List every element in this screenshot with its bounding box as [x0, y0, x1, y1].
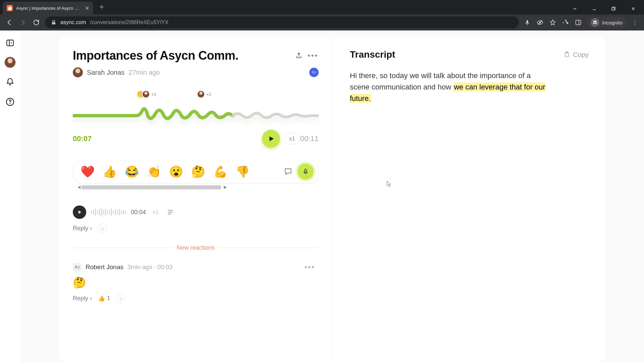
- transcript-body[interactable]: Hi there, so today we will talk about th…: [350, 70, 551, 104]
- tab-favicon: ⬤: [7, 5, 13, 11]
- cursor-icon: [387, 181, 391, 187]
- reactions-scrollbar[interactable]: ◀ ▶: [73, 185, 319, 189]
- marker-count: +2: [151, 92, 156, 97]
- text-comment-button[interactable]: [281, 164, 296, 179]
- svg-point-9: [593, 22, 595, 24]
- reaction-count: 1: [107, 295, 110, 302]
- marker-avatar-icon: [197, 90, 205, 98]
- copy-button[interactable]: Copy: [564, 51, 589, 59]
- minimize-button[interactable]: [586, 3, 603, 14]
- reply-waveform[interactable]: [91, 207, 126, 217]
- reaction-clap[interactable]: 👏: [147, 166, 161, 177]
- incognito-label: Incognito: [602, 20, 623, 25]
- reply-actions: Reply › ☺: [73, 224, 319, 233]
- reactions-bar: ❤️ 👍 😂 👏 😮 🤔 💪 👎: [73, 160, 319, 183]
- browser-menu-icon[interactable]: ⋮: [631, 18, 639, 27]
- scroll-right-icon[interactable]: ▶: [224, 185, 227, 189]
- app-sidebar: [0, 31, 20, 362]
- help-icon[interactable]: [4, 96, 16, 108]
- comment-more-icon[interactable]: •••: [305, 263, 315, 272]
- time-ago: 27min ago: [128, 69, 160, 76]
- tracking-icon[interactable]: [536, 18, 544, 27]
- reaction-laugh[interactable]: 😂: [125, 166, 139, 177]
- new-reactions-label: New reactions: [176, 244, 215, 251]
- scroll-left-icon[interactable]: ◀: [77, 185, 80, 189]
- reaction-flex[interactable]: 💪: [213, 166, 227, 177]
- reload-button[interactable]: [32, 18, 41, 27]
- transcript-pane: Transcript Copy Hi there, so today we wi…: [333, 37, 605, 362]
- more-icon[interactable]: •••: [307, 50, 319, 61]
- playback-speed[interactable]: x1: [284, 133, 300, 144]
- comment-author-name: Robert Jonas: [86, 263, 123, 271]
- reply-speed[interactable]: x1: [153, 209, 159, 216]
- conversation-header: Importances of Asycn Comm. ••• Sarah Jon…: [59, 37, 333, 77]
- participant-badge[interactable]: RJ: [309, 68, 319, 77]
- reply-play-button[interactable]: [73, 205, 86, 219]
- play-button[interactable]: [262, 130, 280, 148]
- playback-controls: 00:07 x1 00:11: [73, 130, 319, 148]
- reaction-thumbs-up[interactable]: 👍: [103, 166, 117, 177]
- forward-button[interactable]: [18, 18, 28, 27]
- url-host: async.com: [60, 19, 86, 25]
- tab-close-icon[interactable]: ✕: [85, 5, 89, 11]
- lock-icon: [51, 20, 56, 25]
- voice-reply-button[interactable]: [298, 164, 314, 180]
- comment-actions: Reply › 👍 1 ☺: [73, 294, 319, 303]
- reaction-marker[interactable]: +2: [200, 90, 211, 98]
- reaction-thinking[interactable]: 🤔: [191, 166, 205, 177]
- main-card: Importances of Asycn Comm. ••• Sarah Jon…: [59, 37, 605, 362]
- add-reaction-button[interactable]: ☺: [98, 224, 107, 233]
- reaction-thumbs-down[interactable]: 👎: [235, 166, 250, 177]
- collapse-sidebar-icon[interactable]: [4, 37, 16, 49]
- maximize-button[interactable]: [605, 3, 623, 14]
- author-avatar[interactable]: [73, 67, 83, 77]
- reply-transcript-icon[interactable]: [167, 208, 174, 216]
- reaction-marker[interactable]: +2: [137, 90, 156, 98]
- scrollbar-thumb[interactable]: [82, 185, 221, 189]
- extensions-icon[interactable]: [561, 18, 570, 27]
- bookmark-icon[interactable]: [548, 18, 557, 27]
- notifications-icon[interactable]: [4, 75, 16, 88]
- svg-point-10: [595, 22, 597, 24]
- reaction-wow[interactable]: 😮: [169, 166, 183, 177]
- reply-item: 00:04 x1 Reply › ☺: [73, 205, 319, 233]
- browser-tab[interactable]: ⬤ Async | Importances of Asycn Co… ✕: [3, 2, 93, 14]
- svg-point-14: [10, 103, 11, 104]
- comment-header: RJ Robert Jonas 3min ago · 00:03 •••: [73, 263, 319, 272]
- reply-button[interactable]: Reply ›: [73, 225, 92, 232]
- sidebar-avatar[interactable]: [4, 57, 16, 68]
- side-panel-icon[interactable]: [574, 18, 583, 27]
- voice-search-icon[interactable]: [523, 18, 532, 27]
- tab-title: Async | Importances of Asycn Co…: [16, 6, 82, 11]
- reaction-heart[interactable]: ❤️: [80, 166, 95, 177]
- url-input[interactable]: async.com/conversations/2I88ReXEu5YlYX: [45, 16, 519, 28]
- replies-list[interactable]: 00:04 x1 Reply › ☺ New reactions: [59, 195, 333, 362]
- new-reactions-divider: New reactions: [73, 244, 319, 251]
- clipboard-icon: [564, 51, 570, 58]
- comment-emoji: 🤔: [73, 276, 319, 289]
- address-bar: async.com/conversations/2I88ReXEu5YlYX I…: [0, 14, 644, 31]
- incognito-badge[interactable]: Incognito: [587, 17, 627, 28]
- transcript-title: Transcript: [350, 49, 564, 60]
- browser-tab-strip: ⬤ Async | Importances of Asycn Co… ✕ ＋ ✕: [0, 0, 644, 14]
- comment-item: RJ Robert Jonas 3min ago · 00:03 ••• 🤔 R…: [73, 263, 319, 350]
- copy-label: Copy: [573, 51, 589, 59]
- new-tab-button[interactable]: ＋: [98, 2, 105, 12]
- waveform-area: +2 +2 00:07: [59, 90, 333, 148]
- waveform[interactable]: [73, 104, 319, 124]
- conversation-title: Importances of Asycn Comm.: [73, 49, 290, 63]
- reply-audio: 00:04 x1: [73, 205, 319, 219]
- comment-reply-button[interactable]: Reply ›: [73, 295, 92, 302]
- back-button[interactable]: [5, 18, 14, 27]
- waveform-markers: +2 +2: [73, 90, 319, 104]
- tab-list-button[interactable]: [566, 3, 584, 14]
- comment-reaction-count[interactable]: 👍 1: [98, 295, 110, 302]
- svg-rect-7: [576, 20, 581, 24]
- share-icon[interactable]: [293, 50, 305, 61]
- author-name: Sarah Jonas: [87, 69, 124, 76]
- add-reaction-button[interactable]: ☺: [116, 294, 125, 303]
- comment-author-badge[interactable]: RJ: [73, 263, 82, 272]
- marker-count: +2: [206, 92, 211, 97]
- reactions-scroll[interactable]: ❤️ 👍 😂 👏 😮 🤔 💪 👎: [78, 165, 279, 179]
- close-window-button[interactable]: ✕: [625, 3, 642, 14]
